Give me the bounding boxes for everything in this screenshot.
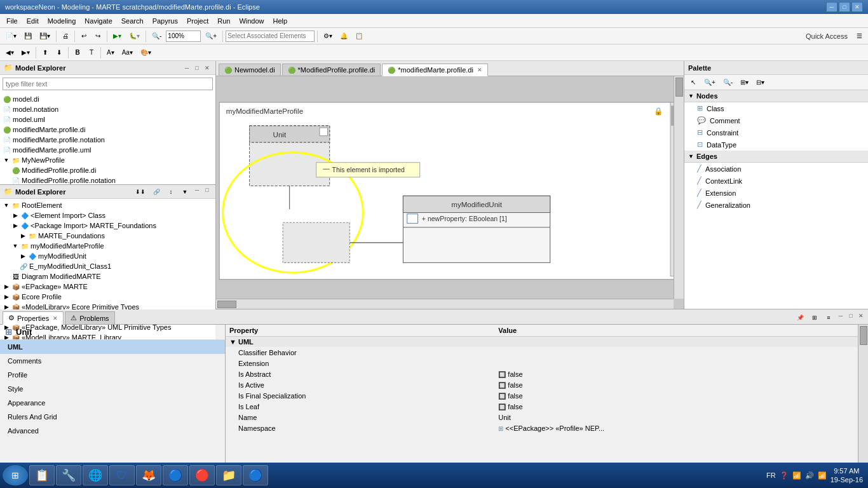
tb-extra-btn2[interactable]: 🔔 — [337, 30, 351, 43]
panel-close-top-btn[interactable]: ✕ — [203, 64, 212, 72]
taskbar-app-2[interactable]: 🔧 — [56, 465, 81, 485]
props-more-btn[interactable]: ≡ — [822, 311, 835, 324]
nav-profile[interactable]: Profile — [0, 368, 225, 382]
tab-newmodel[interactable]: 🟢 Newmodel.di — [219, 64, 281, 76]
expand-elem-import[interactable]: ▶ — [11, 212, 19, 219]
minimize-button[interactable]: ─ — [826, 2, 837, 12]
tab-properties-close[interactable]: ✕ — [53, 315, 58, 322]
tb2-align-btn[interactable]: A▾ — [104, 46, 118, 59]
tb2-font-btn[interactable]: Aa▾ — [119, 46, 136, 59]
list-item[interactable]: ▶🔷myModifiedUnit — [1, 251, 214, 261]
palette-zoom-out-btn[interactable]: 🔍- — [720, 76, 736, 89]
expand-mymodunit[interactable]: ▶ — [19, 252, 27, 260]
taskbar-app-7[interactable]: 🔴 — [189, 465, 215, 485]
props-pin-btn[interactable]: 📌 — [794, 311, 807, 324]
list-item[interactable]: ▶🔷<Element Import> Class — [1, 210, 214, 220]
palette-item-constraint[interactable]: ⊟ Constraint — [684, 126, 868, 139]
canvas-scrollbar-h[interactable] — [216, 299, 674, 309]
expand-marte[interactable]: ▶ — [3, 283, 10, 290]
tb2-fwd-btn[interactable]: ▶▾ — [18, 46, 33, 59]
taskbar-app-8[interactable]: 📁 — [216, 465, 241, 485]
list-item[interactable]: 🟢modifiedMarte.profile.di — [1, 125, 214, 135]
list-item[interactable]: 🟢ModifiedProfile.profile.di — [1, 165, 214, 175]
palette-item-association[interactable]: ╱ Association — [684, 163, 868, 175]
nav-uml[interactable]: UML — [0, 340, 225, 354]
tb-extra-btn3[interactable]: 📋 — [352, 30, 366, 43]
tb2-back-btn[interactable]: ◀▾ — [3, 46, 17, 59]
expand-pkg-import[interactable]: ▶ — [11, 222, 19, 229]
list-item[interactable]: 📄modifiedMarte.profile.notation — [1, 135, 214, 145]
nav-rulers[interactable]: Rulers And Grid — [0, 410, 225, 424]
list-item[interactable]: 🖼Diagram ModifiedMARTE — [1, 271, 214, 281]
select-associated-input[interactable] — [226, 30, 315, 42]
tb-redo-btn[interactable]: ↪ — [92, 30, 104, 43]
taskbar-app-3[interactable]: 🌐 — [83, 465, 108, 485]
sync-btn[interactable]: ↕ — [165, 186, 177, 198]
close-button[interactable]: ✕ — [851, 2, 863, 12]
list-item[interactable]: ▼📁MyNewProfile — [1, 155, 214, 165]
taskbar-app-4[interactable]: 🛡 — [109, 465, 135, 485]
tb-zoom-out-btn[interactable]: 🔍- — [149, 30, 165, 43]
tb-zoom-in-btn[interactable]: 🔍+ — [202, 30, 220, 43]
menu-file[interactable]: File — [3, 16, 22, 26]
tb2-nav2[interactable]: ⬇ — [53, 46, 65, 59]
tb-save-btn[interactable]: 💾 — [21, 30, 35, 43]
list-item[interactable]: ▶🔷<Package Import> MARTE_Foundations — [1, 220, 214, 231]
tb-undo-btn[interactable]: ↩ — [78, 30, 90, 43]
tb2-color-btn[interactable]: 🎨▾ — [137, 46, 154, 59]
tb-print-btn[interactable]: 🖨 — [59, 30, 72, 43]
list-item[interactable]: 🔗E_myModifiedUnit_Class1 — [1, 261, 214, 271]
list-item[interactable]: 📄modifiedMarte.profile.uml — [1, 145, 214, 155]
palette-fit-btn[interactable]: ⊞▾ — [737, 76, 752, 89]
palette-item-extension[interactable]: ╱ Extension — [684, 187, 868, 199]
list-item[interactable]: 📄model.notation — [1, 104, 214, 114]
filter-input-top[interactable] — [3, 78, 213, 90]
panel-bottom-min-btn[interactable]: ─ — [193, 186, 201, 194]
menu-modeling[interactable]: Modeling — [44, 16, 80, 26]
palette-section-nodes[interactable]: ▼ Nodes — [684, 90, 868, 102]
palette-section-edges[interactable]: ▼ Edges — [684, 151, 868, 163]
tab-properties[interactable]: ⚙ Properties ✕ — [3, 311, 64, 325]
nav-comments[interactable]: Comments — [0, 354, 225, 368]
palette-arrow-btn[interactable]: ↖ — [687, 76, 700, 89]
panel-maximize-btn[interactable]: □ — [193, 64, 201, 72]
menu-project[interactable]: Project — [183, 16, 212, 26]
nav-appearance[interactable]: Appearance — [0, 396, 225, 410]
canvas-scrollbar-v[interactable] — [674, 76, 684, 299]
palette-layout-btn[interactable]: ⊟▾ — [753, 76, 768, 89]
zoom-input[interactable]: 100% — [166, 30, 201, 42]
taskbar-app-1[interactable]: 📋 — [29, 465, 55, 485]
taskbar-app-6[interactable]: 🔵 — [163, 465, 188, 485]
list-item[interactable]: 📄ModifiedProfile.profile.notation — [1, 175, 214, 184]
palette-item-datatype[interactable]: ⊡ DataType — [684, 139, 868, 151]
link-editor-btn[interactable]: 🔗 — [150, 186, 163, 198]
props-layout-btn[interactable]: ⊞ — [808, 311, 821, 324]
list-item[interactable]: ▶📦Ecore Profile — [1, 292, 214, 302]
panel-bottom-max-btn[interactable]: □ — [203, 186, 212, 194]
tb-debug-btn[interactable]: 🐛▾ — [126, 30, 143, 43]
props-close-btn[interactable]: ✕ — [857, 311, 865, 320]
expand-mynewprofile[interactable]: ▼ — [3, 156, 10, 164]
menu-help[interactable]: Help — [269, 16, 292, 26]
maximize-button[interactable]: □ — [839, 2, 850, 12]
expand-martefound[interactable]: ▶ — [19, 232, 27, 240]
list-item[interactable]: 🟢model.di — [1, 94, 214, 104]
menu-run[interactable]: Run — [214, 16, 234, 26]
tab-modmarte-close[interactable]: ✕ — [477, 67, 482, 73]
collapse-all-btn[interactable]: ⬇⬇ — [132, 186, 149, 198]
props-min-btn[interactable]: ─ — [836, 311, 845, 320]
taskbar-app-9[interactable]: 🔵 — [243, 465, 268, 485]
tb-menu-btn[interactable]: ☰ — [853, 30, 865, 43]
palette-item-contextlink[interactable]: ╱ ContextLink — [684, 175, 868, 187]
menu-navigate[interactable]: Navigate — [81, 16, 116, 26]
tab-modifiedmarte[interactable]: 🟢 *modifiedMarte.profile.di ✕ — [382, 64, 488, 76]
tb-new-btn[interactable]: 📄▾ — [3, 30, 20, 43]
start-button[interactable]: ⊞ — [3, 465, 28, 485]
props-max-btn[interactable]: □ — [846, 311, 855, 320]
palette-zoom-in-btn[interactable]: 🔍+ — [701, 76, 719, 89]
palette-item-comment[interactable]: 💬 Comment — [684, 114, 868, 126]
menu-papyrus[interactable]: Papyrus — [149, 16, 182, 26]
tab-problems[interactable]: ⚠ Problems — [65, 311, 114, 324]
tb-save-all-btn[interactable]: 💾▾ — [36, 30, 53, 43]
tb-run-btn[interactable]: ▶▾ — [110, 30, 125, 43]
